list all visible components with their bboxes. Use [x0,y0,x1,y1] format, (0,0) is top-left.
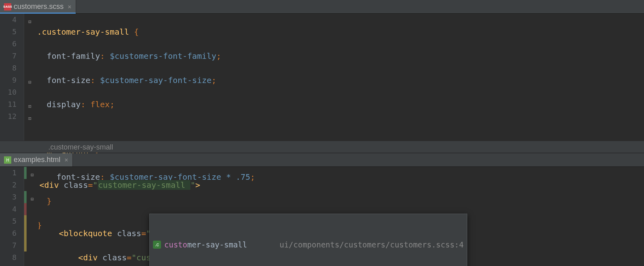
html-attr: class [103,253,127,262]
fold-open-icon[interactable]: ⊟ [27,76,33,88]
autocomplete-path: ui/components/customers/customers.scss:4 [279,239,464,251]
css-class-icon: .c [153,241,161,249]
line-number: 8 [0,62,17,74]
editor-pane-scss: customers.scss × 4 5 6 7 8 9 10 11 12 ⊟ … [0,0,644,153]
line-number: 10 [0,86,17,98]
html-tag: div [44,180,59,190]
gutter-top: 4 5 6 7 8 9 10 11 12 [0,14,24,153]
tab-label: customers.scss [14,2,64,11]
gutter-bottom: 1 2 3 4 5 6 7 8 [0,167,24,266]
line-number: 5 [0,26,17,38]
line-number: 8 [0,251,17,264]
code-area-bottom[interactable]: <div class="customer-say-small "> <block… [39,167,644,266]
autocomplete-popup: .c customer-say-small ui/components/cust… [149,214,467,266]
fold-open-icon[interactable]: ⊟ [29,169,35,181]
editor-bottom[interactable]: 1 2 3 4 5 6 7 8 ⊟ ⊟ <div class="customer… [0,167,644,266]
tab-label: examples.html [14,156,60,164]
line-number: 2 [0,179,17,191]
html-tag: div [83,253,97,262]
css-selector: .customer-say-small [37,27,129,37]
css-property: display [47,100,80,109]
html-tag: blockquote [64,229,112,238]
line-number: 4 [0,14,17,26]
code-area-top[interactable]: .customer-say-small { font-family: $cust… [36,14,644,153]
fold-close-icon[interactable]: ⊡ [27,112,33,125]
line-number: 1 [0,167,17,179]
html-attr-value: customer-say-small [98,180,191,190]
breadcrumb-scope[interactable]: .customer-say-small [0,141,644,153]
autocomplete-item[interactable]: .c customer-say-small ui/components/cust… [150,238,467,251]
tab-examples-html[interactable]: H examples.html × [0,153,73,166]
line-number: 7 [0,239,17,251]
line-number: 11 [0,98,17,110]
tab-bar-top: customers.scss × [0,0,644,14]
line-number: 6 [0,227,17,239]
svg-text:H: H [6,158,9,162]
fold-open-icon[interactable]: ⊟ [27,16,33,28]
sass-file-icon [4,3,11,10]
html-attr: class [64,180,88,190]
line-number: 6 [0,38,17,50]
editor-top[interactable]: 4 5 6 7 8 9 10 11 12 ⊟ ⊟ ⊡ ⊡ .customer-s… [0,14,644,153]
line-number: 12 [0,110,17,123]
line-number: 5 [0,215,17,227]
css-value: flex [90,100,109,109]
tab-customers-scss[interactable]: customers.scss × [0,0,76,13]
css-property: font-family [47,51,100,61]
tab-bar-bottom: H examples.html × [0,153,644,167]
line-number: 4 [0,203,17,215]
fold-close-icon[interactable]: ⊡ [27,100,33,112]
close-tab-icon[interactable]: × [64,156,68,164]
line-number: 9 [0,74,17,86]
close-tab-icon[interactable]: × [68,3,72,10]
css-variable: $customer-say-font-size [100,75,212,85]
autocomplete-label: customer-say-small [164,239,276,251]
line-number: 7 [0,50,17,62]
line-number: 3 [0,191,17,203]
html-file-icon: H [4,156,11,164]
css-variable: $customers-font-family [110,51,217,61]
fold-column-top: ⊟ ⊟ ⊡ ⊡ [24,14,36,153]
css-property: font-size [47,75,90,85]
fold-column-bottom: ⊟ ⊟ [27,167,39,266]
fold-open-icon[interactable]: ⊟ [29,193,35,205]
brace: { [134,27,139,37]
html-attr: class [117,229,141,238]
editor-pane-html: H examples.html × 1 2 3 4 5 6 7 8 [0,153,644,266]
